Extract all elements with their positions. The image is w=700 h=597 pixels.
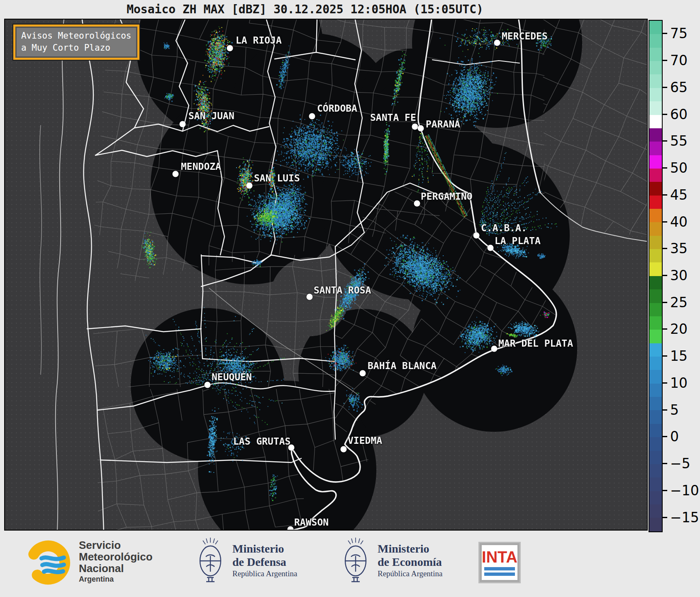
inta-word: INTA: [482, 549, 517, 565]
colorbar-tick-label: 5: [670, 401, 679, 418]
colorbar-segment: [649, 316, 662, 330]
colorbar-segment: [649, 196, 662, 209]
colorbar-segment: [649, 504, 662, 518]
footer: Servicio Meteorológico Nacional Argentin…: [0, 533, 700, 597]
colorbar-segment: [649, 289, 662, 303]
city-dot: [307, 294, 313, 300]
colorbar-segment: [649, 182, 662, 195]
colorbar-segment: [649, 249, 662, 262]
city-dot: [309, 113, 315, 120]
colorbar-tick-label: 50: [670, 160, 688, 176]
colorbar-segment: [649, 384, 662, 397]
colorbar-tick: [663, 463, 667, 464]
ministerio-defensa-logo: Ministerio de Defensa República Argentin…: [195, 537, 297, 584]
city-dot: [288, 526, 294, 531]
radar-echo-layer: [5, 20, 648, 531]
smn-line2: Meteorológico: [79, 551, 153, 563]
warning-banner[interactable]: Avisos Meteorológicos a Muy Corto Plazo: [13, 24, 139, 60]
colorbar-tick-label: 40: [670, 213, 688, 230]
colorbar-tick-label: 15: [670, 348, 688, 364]
dbz-colorbar: [649, 20, 663, 532]
colorbar-segment: [649, 115, 662, 128]
colorbar-segment: [649, 491, 662, 504]
colorbar-segment: [649, 464, 662, 477]
colorbar-segment: [649, 518, 662, 531]
colorbar-tick-label: 25: [670, 294, 688, 310]
radar-mosaic-page: Mosaico ZH MAX [dBZ] 30.12.2025 12:05HOA…: [0, 0, 700, 597]
inta-bar: [484, 567, 515, 570]
colorbar-tick: [663, 167, 667, 169]
coat-of-arms-icon: [340, 537, 371, 584]
city-label: PARANÁ: [426, 119, 460, 130]
colorbar-segment: [649, 169, 662, 182]
colorbar-segment: [649, 209, 662, 222]
colorbar-tick-label: 60: [670, 106, 688, 122]
city-dot: [173, 171, 179, 177]
colorbar-tick: [663, 114, 667, 115]
colorbar-tick-label: 55: [670, 133, 688, 149]
city-label: MAR DEL PLATA: [498, 338, 573, 349]
defensa-line2: de Defensa: [232, 555, 297, 568]
smn-country: Argentina: [79, 575, 153, 583]
colorbar-tick-label: 30: [670, 267, 688, 284]
city-dot: [246, 183, 253, 189]
colorbar-tick: [663, 87, 667, 88]
colorbar-segment: [649, 236, 662, 249]
economia-sub: República Argentina: [378, 569, 442, 578]
colorbar-segment: [649, 48, 662, 61]
colorbar-segment: [649, 451, 662, 464]
city-label: NEUQUÉN: [212, 372, 252, 382]
defensa-line1: Ministerio: [232, 542, 297, 555]
colorbar-tick: [663, 436, 667, 437]
colorbar-segment: [649, 142, 662, 155]
colorbar-segment: [649, 424, 662, 437]
city-dot: [488, 245, 494, 251]
city-label: BAHÍA BLANCA: [368, 360, 437, 371]
smn-logo: Servicio Meteorológico Nacional Argentin…: [26, 539, 153, 586]
city-label: C.A.B.A.: [481, 223, 527, 233]
city-label: LA RIOJA: [236, 35, 282, 46]
colorbar-tick-label: 45: [670, 186, 688, 203]
colorbar-tick: [663, 355, 667, 357]
city-dot: [491, 346, 498, 352]
city-dot: [414, 201, 420, 207]
colorbar-segment: [649, 128, 662, 142]
colorbar-segment: [649, 74, 662, 88]
colorbar-tick: [663, 490, 667, 491]
colorbar-tick: [663, 382, 667, 384]
defensa-sub: República Argentina: [232, 569, 297, 578]
radar-map: Avisos Meteorológicos a Muy Corto Plazo …: [4, 19, 648, 531]
colorbar-segment: [649, 437, 662, 450]
colorbar-tick: [663, 194, 667, 196]
colorbar-segment: [649, 276, 662, 289]
colorbar-segment: [649, 477, 662, 491]
smn-logo-icon: [26, 539, 72, 586]
city-label: CÓRDOBA: [317, 103, 357, 114]
colorbar-tick-label: 70: [670, 52, 688, 69]
warning-line-1: Avisos Meteorológicos: [21, 30, 132, 42]
colorbar-segment: [649, 88, 662, 101]
city-dot: [205, 382, 211, 388]
colorbar-segment: [649, 303, 662, 316]
colorbar-segment: [649, 370, 662, 383]
city-dot: [180, 121, 186, 127]
colorbar-tick: [663, 328, 667, 330]
colorbar-segment: [649, 21, 662, 34]
colorbar-segment: [649, 262, 662, 276]
city-label: SANTA FE: [370, 112, 416, 123]
city-dot: [418, 125, 424, 132]
city-label: SAN JUAN: [188, 110, 234, 121]
colorbar-tick-label: 65: [670, 79, 688, 95]
colorbar-segment: [649, 357, 662, 370]
economia-line1: Ministerio: [378, 542, 442, 555]
city-label: SAN LUIS: [254, 173, 300, 184]
colorbar-segment: [649, 101, 662, 115]
city-label: MENDOZA: [181, 161, 221, 172]
colorbar-segment: [649, 410, 662, 423]
city-dot: [473, 232, 480, 239]
page-title: Mosaico ZH MAX [dBZ] 30.12.2025 12:05HOA…: [4, 2, 606, 16]
inta-logo: INTA: [478, 542, 521, 583]
colorbar-segment: [649, 34, 662, 47]
city-dot: [227, 45, 233, 51]
coat-of-arms-icon: [195, 537, 226, 584]
